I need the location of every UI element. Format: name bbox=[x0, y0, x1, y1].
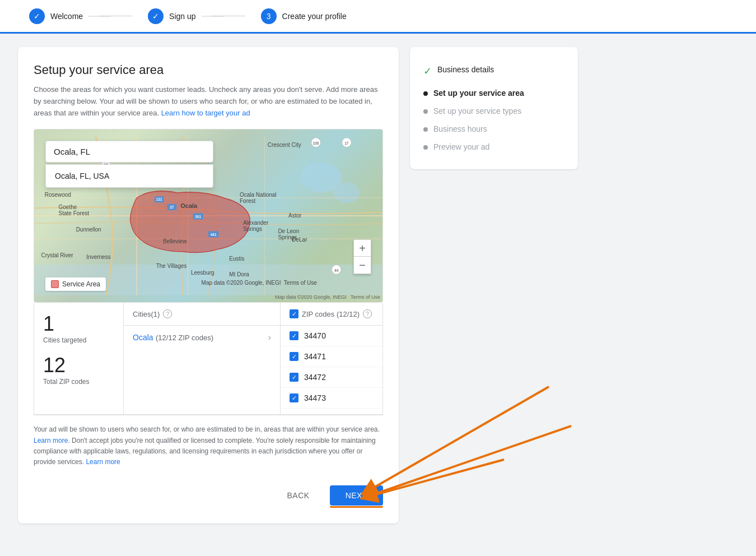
svg-text:17: 17 bbox=[344, 141, 349, 145]
map-controls: + − bbox=[353, 239, 371, 274]
right-sidebar: ✓ Business details Set up your service a… bbox=[410, 47, 578, 169]
zip-header: ✓ ZIP codes (12/12) ? bbox=[281, 303, 382, 326]
data-section: 1 Cities targeted 12 Total ZIP codes Cit… bbox=[34, 303, 383, 415]
total-zips-label: Total ZIP codes bbox=[43, 378, 114, 386]
step-profile-icon: 3 bbox=[261, 8, 277, 24]
zip-list: ✓ ZIP codes (12/12) ? ✓ 34470 ✓ 34471 ✓ bbox=[281, 303, 382, 409]
step-profile-label: Create your profile bbox=[282, 12, 347, 21]
map-zoom-out-button[interactable]: − bbox=[354, 257, 371, 274]
zip-code-34472: 34472 bbox=[304, 373, 326, 382]
city-name-ocala: Ocala bbox=[133, 333, 153, 342]
service-area-legend: Service Area bbox=[45, 277, 106, 291]
sidebar-label-business-hours: Business hours bbox=[433, 124, 487, 133]
sidebar-label-service-types: Set up your service types bbox=[433, 106, 521, 115]
learn-more-link-2[interactable]: Learn more bbox=[86, 458, 120, 466]
zip-scroll-wrapper: ✓ ZIP codes (12/12) ? ✓ 34470 ✓ 34471 ✓ bbox=[281, 303, 382, 409]
left-panel: Setup your service area Choose the areas… bbox=[18, 47, 399, 523]
next-button[interactable]: NEXT bbox=[330, 485, 383, 506]
zip-code-34471: 34471 bbox=[304, 352, 326, 361]
zip-code-34473: 34473 bbox=[304, 393, 326, 402]
svg-text:301: 301 bbox=[195, 215, 201, 219]
map-zoom-in-button[interactable]: + bbox=[354, 240, 371, 257]
step-signup: Sign up bbox=[137, 8, 207, 24]
total-zips-number: 12 bbox=[43, 355, 114, 376]
zip-help-icon[interactable]: ? bbox=[363, 309, 372, 318]
zip-row-34474: ✓ 34474 bbox=[281, 409, 382, 409]
back-button[interactable]: BACK bbox=[274, 485, 323, 506]
zip-row-34473: ✓ 34473 bbox=[281, 388, 382, 409]
sidebar-label-preview-ad: Preview your ad bbox=[433, 142, 489, 151]
step-profile: 3 Create your profile bbox=[250, 8, 358, 24]
legend-label: Service Area bbox=[62, 280, 100, 288]
sidebar-item-service-types: Set up your service types bbox=[423, 102, 564, 120]
sidebar-item-business-hours: Business hours bbox=[423, 120, 564, 138]
action-buttons: BACK NEXT bbox=[34, 476, 383, 508]
stats-panel: 1 Cities targeted 12 Total ZIP codes bbox=[34, 303, 124, 414]
map-attribution: Map data ©2020 Google, INEGI Terms of Us… bbox=[275, 294, 380, 300]
main-content: Setup your service area Choose the areas… bbox=[0, 34, 616, 537]
zip-checkbox-34473[interactable]: ✓ bbox=[290, 393, 298, 402]
sidebar-item-preview-ad: Preview your ad bbox=[423, 138, 564, 156]
zip-row-34472: ✓ 34472 bbox=[281, 367, 382, 388]
city-row-ocala[interactable]: Ocala (12/12 ZIP codes) › bbox=[124, 326, 280, 349]
top-navigation: Welcome Sign up 3 Create your profile bbox=[0, 0, 756, 34]
map-search-input[interactable] bbox=[45, 141, 213, 163]
cities-panel: Cities(1) ? Ocala (12/12 ZIP codes) › bbox=[124, 303, 281, 414]
bullet-icon-preview-ad bbox=[423, 145, 428, 150]
dropdown-item-ocala-fl-usa[interactable]: Ocala, FL, USA bbox=[46, 165, 213, 187]
disclaimer-text: Your ad will be shown to users who searc… bbox=[34, 415, 383, 476]
map-search-dropdown: Ocala, FL, USA bbox=[45, 164, 213, 188]
zip-code-34470: 34470 bbox=[304, 331, 326, 340]
sidebar-item-service-area: Set up your service area bbox=[423, 84, 564, 102]
sidebar-label-service-area: Set up your service area bbox=[433, 89, 524, 98]
svg-text:44: 44 bbox=[334, 268, 339, 272]
map-container: 121 27 301 441 27 19 100 17 bbox=[34, 129, 383, 303]
svg-text:27: 27 bbox=[170, 206, 175, 210]
zip-row-34470: ✓ 34470 bbox=[281, 326, 382, 346]
svg-point-1 bbox=[334, 183, 360, 203]
zip-checkbox-34471[interactable]: ✓ bbox=[290, 352, 298, 361]
learn-more-link-1[interactable]: Learn more bbox=[34, 437, 68, 444]
step-welcome: Welcome bbox=[18, 8, 94, 24]
panel-description: Choose the areas for which you want cust… bbox=[34, 84, 383, 119]
bullet-icon-business-hours bbox=[423, 127, 428, 132]
checkmark-icon-business-details: ✓ bbox=[423, 65, 432, 77]
cities-targeted-number: 1 bbox=[43, 314, 114, 334]
step-signup-label: Sign up bbox=[169, 12, 195, 21]
city-zip-count-ocala: (12/12 ZIP codes) bbox=[156, 333, 213, 342]
zip-checkbox-34470[interactable]: ✓ bbox=[290, 331, 298, 340]
map-search-box: Ocala, FL, USA bbox=[45, 141, 326, 163]
panel-title: Setup your service area bbox=[34, 63, 383, 77]
step-signup-icon bbox=[148, 8, 164, 24]
step-welcome-icon bbox=[29, 8, 45, 24]
svg-text:121: 121 bbox=[156, 198, 162, 202]
svg-text:441: 441 bbox=[211, 233, 217, 237]
cities-targeted-label: Cities targeted bbox=[43, 336, 114, 344]
sidebar-item-business-details: ✓ Business details bbox=[423, 61, 564, 82]
legend-color-box bbox=[51, 280, 59, 288]
zip-checkbox-34472[interactable]: ✓ bbox=[290, 373, 298, 382]
city-chevron-icon: › bbox=[268, 332, 271, 342]
zip-row-34471: ✓ 34471 bbox=[281, 346, 382, 367]
zip-all-checkbox[interactable]: ✓ bbox=[290, 309, 298, 318]
sidebar-label-business-details: Business details bbox=[437, 65, 494, 74]
cities-help-icon[interactable]: ? bbox=[163, 309, 172, 318]
bullet-icon-service-types bbox=[423, 109, 428, 114]
cities-header: Cities(1) ? bbox=[124, 303, 280, 326]
step-welcome-label: Welcome bbox=[50, 12, 83, 21]
bullet-icon-service-area bbox=[423, 91, 428, 96]
learn-target-ad-link[interactable]: Learn how to target your ad bbox=[161, 109, 250, 117]
